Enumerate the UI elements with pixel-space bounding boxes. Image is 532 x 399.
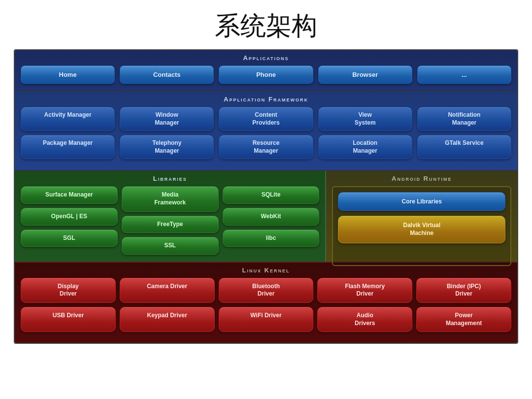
framework-row1: Activity ManagerWindow ManagerContent Pr… [21, 107, 511, 131]
lib-col-1: Surface ManagerOpenGL | ESSGL [21, 186, 118, 254]
applications-row: HomeContactsPhoneBrowser... [21, 66, 511, 84]
kernel-button[interactable]: Flash Memory Driver [317, 278, 412, 303]
framework-button[interactable]: Location Manager [318, 135, 412, 159]
library-button[interactable]: WebKit [223, 208, 320, 226]
runtime-inner: Core Libraries Dalvik Virtual Machine [332, 186, 511, 266]
page-title: 系统架构 [0, 0, 532, 49]
lib-col-2: Media FrameworkFreeTypeSSL [122, 186, 219, 254]
libraries-grid: Surface ManagerOpenGL | ESSGL Media Fram… [21, 186, 319, 254]
framework-button[interactable]: Telephony Manager [120, 135, 214, 159]
library-button[interactable]: libc [223, 230, 320, 247]
dalvik-vm-button[interactable]: Dalvik Virtual Machine [338, 216, 505, 243]
framework-button[interactable]: Resource Manager [219, 135, 313, 159]
section-applications: Applications HomeContactsPhoneBrowser... [15, 50, 517, 91]
kernel-label: Linux Kernel [21, 266, 511, 274]
framework-row2: Package ManagerTelephony ManagerResource… [21, 135, 511, 159]
framework-button[interactable]: Package Manager [21, 135, 115, 159]
app-button[interactable]: Browser [318, 66, 412, 84]
kernel-button[interactable]: Binder (IPC) Driver [416, 278, 511, 303]
framework-label: Application Framework [21, 96, 511, 103]
framework-button[interactable]: GTalk Service [417, 135, 511, 159]
kernel-row1: Display DriverCamera DriverBluetooth Dri… [21, 278, 511, 303]
runtime-label: Android Runtime [332, 175, 511, 182]
app-button[interactable]: Contacts [120, 66, 214, 84]
section-kernel: Linux Kernel Display DriverCamera Driver… [15, 262, 517, 343]
framework-button[interactable]: Window Manager [120, 107, 214, 131]
library-button[interactable]: SQLite [223, 186, 320, 204]
framework-button[interactable]: Content Providers [219, 107, 313, 131]
applications-label: Applications [21, 54, 511, 62]
library-button[interactable]: Surface Manager [21, 186, 118, 204]
app-button[interactable]: Home [21, 66, 115, 84]
section-middle: Libraries Surface ManagerOpenGL | ESSGL … [15, 170, 517, 261]
framework-button[interactable]: View System [318, 107, 412, 131]
library-button[interactable]: Media Framework [122, 186, 219, 211]
kernel-row2: USB DriverKeypad DriverWiFi DriverAudio … [21, 307, 511, 332]
framework-button[interactable]: Activity Manager [21, 107, 115, 131]
kernel-button[interactable]: Audio Drivers [317, 307, 412, 332]
kernel-button[interactable]: WiFi Driver [219, 307, 314, 332]
main-diagram: Applications HomeContactsPhoneBrowser...… [14, 49, 518, 344]
libraries-label: Libraries [21, 175, 319, 182]
library-button[interactable]: SGL [21, 230, 118, 247]
library-button[interactable]: OpenGL | ES [21, 208, 118, 226]
section-libraries: Libraries Surface ManagerOpenGL | ESSGL … [15, 171, 326, 261]
kernel-button[interactable]: Camera Driver [120, 278, 215, 303]
lib-col-3: SQLiteWebKitlibc [223, 186, 320, 254]
kernel-button[interactable]: Bluetooth Driver [219, 278, 314, 303]
kernel-button[interactable]: Display Driver [21, 278, 116, 303]
app-button[interactable]: ... [417, 66, 511, 84]
library-button[interactable]: SSL [122, 237, 219, 255]
kernel-button[interactable]: Keypad Driver [120, 307, 215, 332]
section-framework: Application Framework Activity ManagerWi… [15, 91, 517, 170]
library-button[interactable]: FreeType [122, 216, 219, 233]
core-libraries-button[interactable]: Core Libraries [338, 192, 505, 211]
app-button[interactable]: Phone [219, 66, 313, 84]
kernel-button[interactable]: USB Driver [21, 307, 116, 332]
section-runtime: Android Runtime Core Libraries Dalvik Vi… [326, 171, 517, 261]
framework-button[interactable]: Notification Manager [417, 107, 511, 131]
kernel-button[interactable]: Power Management [416, 307, 511, 332]
